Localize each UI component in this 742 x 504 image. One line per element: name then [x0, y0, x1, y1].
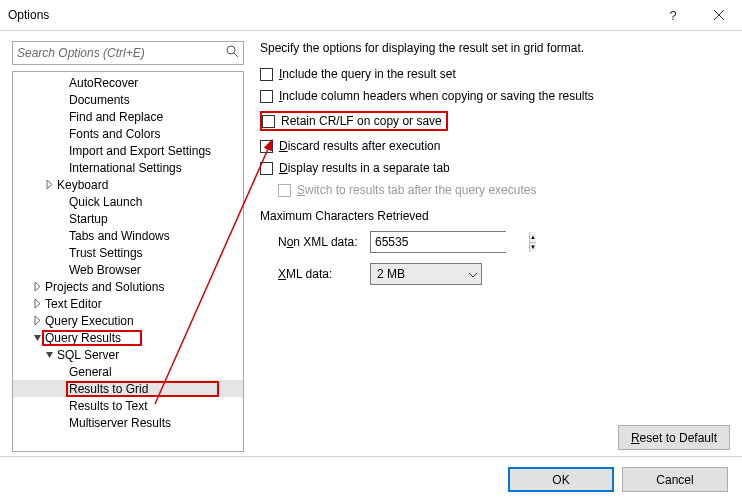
help-button[interactable]: ? — [650, 0, 696, 30]
chevron-down-icon — [469, 267, 477, 281]
settings-panel: Specify the options for displaying the r… — [260, 41, 730, 452]
check-retain-crlf[interactable]: Retain CR/LF on copy or save — [260, 111, 448, 131]
tree-node-label: Keyboard — [55, 178, 110, 192]
svg-marker-7 — [35, 316, 40, 325]
tree-caret-icon — [43, 350, 55, 359]
field-non-xml-data: Non XML data: ▲ ▼ — [278, 231, 730, 253]
tree-node[interactable]: Web Browser — [13, 261, 243, 278]
tree-node[interactable]: AutoRecover — [13, 74, 243, 91]
ok-button[interactable]: OK — [508, 467, 614, 492]
tree-node-label: Trust Settings — [67, 246, 145, 260]
tree-node[interactable]: Keyboard — [13, 176, 243, 193]
svg-marker-8 — [34, 335, 41, 341]
svg-marker-5 — [35, 282, 40, 291]
tree-node[interactable]: Query Results — [13, 329, 243, 346]
tree-node[interactable]: Multiserver Results — [13, 414, 243, 431]
tree-node-label: Documents — [67, 93, 132, 107]
tree-node[interactable]: Startup — [13, 210, 243, 227]
search-input[interactable] — [13, 44, 243, 62]
checkbox-icon — [260, 90, 273, 103]
tree-node[interactable]: Projects and Solutions — [13, 278, 243, 295]
svg-line-3 — [234, 53, 238, 57]
cancel-button[interactable]: Cancel — [622, 467, 728, 492]
tree-node[interactable]: Results to Grid — [13, 380, 243, 397]
options-dialog: Options ? AutoRecoverDocumentsFind and R… — [0, 0, 742, 504]
tree-node-label: AutoRecover — [67, 76, 140, 90]
tree-node[interactable]: Find and Replace — [13, 108, 243, 125]
check-separate-tab[interactable]: Display results in a separate tab — [260, 161, 730, 175]
field-label: XML data: — [278, 267, 360, 281]
check-label: Discard results after execution — [279, 139, 440, 153]
check-label: Retain CR/LF on copy or save — [281, 114, 442, 128]
check-switch-to-results-tab: Switch to results tab after the query ex… — [278, 183, 730, 197]
reset-to-default-button[interactable]: Reset to Default — [618, 425, 730, 450]
check-label: Display results in a separate tab — [279, 161, 450, 175]
tree-node[interactable]: International Settings — [13, 159, 243, 176]
non-xml-spinner[interactable]: ▲ ▼ — [370, 231, 506, 253]
title-bar: Options ? — [0, 0, 742, 31]
tree-node-label: Query Results — [43, 331, 141, 345]
tree-node[interactable]: Fonts and Colors — [13, 125, 243, 142]
tree-caret-icon — [31, 282, 43, 291]
svg-marker-6 — [35, 299, 40, 308]
search-input-wrapper — [12, 41, 244, 65]
tree-caret-icon — [31, 316, 43, 325]
tree-node[interactable]: Results to Text — [13, 397, 243, 414]
tree-node-label: SQL Server — [55, 348, 121, 362]
tree-caret-icon — [43, 180, 55, 189]
tree-node-label: Quick Launch — [67, 195, 144, 209]
tree-node[interactable]: Tabs and Windows — [13, 227, 243, 244]
tree-node-label: General — [67, 365, 114, 379]
group-max-chars: Maximum Characters Retrieved — [260, 209, 730, 223]
tree-node-label: Projects and Solutions — [43, 280, 166, 294]
check-label: Include column headers when copying or s… — [279, 89, 594, 103]
tree-node-label: Tabs and Windows — [67, 229, 172, 243]
tree-node[interactable]: Quick Launch — [13, 193, 243, 210]
spinner-up-icon[interactable]: ▲ — [530, 232, 536, 242]
check-include-query[interactable]: Include the query in the result set — [260, 67, 730, 81]
options-tree[interactable]: AutoRecoverDocumentsFind and ReplaceFont… — [12, 71, 244, 452]
field-label: Non XML data: — [278, 235, 360, 249]
non-xml-input[interactable] — [371, 232, 529, 252]
tree-node[interactable]: Text Editor — [13, 295, 243, 312]
tree-node-label: Text Editor — [43, 297, 104, 311]
check-label: Switch to results tab after the query ex… — [297, 183, 536, 197]
checkbox-icon — [260, 162, 273, 175]
tree-node[interactable]: Trust Settings — [13, 244, 243, 261]
tree-node-label: Query Execution — [43, 314, 136, 328]
left-column: AutoRecoverDocumentsFind and ReplaceFont… — [12, 41, 244, 452]
combo-value: 2 MB — [377, 267, 405, 281]
window-title: Options — [8, 8, 49, 22]
checkbox-icon — [262, 115, 275, 128]
panel-description: Specify the options for displaying the r… — [260, 41, 730, 55]
tree-node-label: Web Browser — [67, 263, 143, 277]
dialog-footer: OK Cancel — [0, 456, 742, 504]
checkbox-icon — [260, 68, 273, 81]
close-button[interactable] — [696, 0, 742, 30]
field-xml-data: XML data: 2 MB — [278, 263, 730, 285]
xml-combo[interactable]: 2 MB — [370, 263, 482, 285]
tree-caret-icon — [31, 333, 43, 342]
check-discard-results[interactable]: Discard results after execution — [260, 139, 730, 153]
tree-node[interactable]: General — [13, 363, 243, 380]
check-include-headers[interactable]: Include column headers when copying or s… — [260, 89, 730, 103]
svg-marker-4 — [47, 180, 52, 189]
tree-node[interactable]: Query Execution — [13, 312, 243, 329]
checkbox-icon — [260, 140, 273, 153]
tree-node[interactable]: SQL Server — [13, 346, 243, 363]
tree-node[interactable]: Import and Export Settings — [13, 142, 243, 159]
tree-node[interactable]: Documents — [13, 91, 243, 108]
svg-marker-9 — [46, 352, 53, 358]
dialog-body: AutoRecoverDocumentsFind and ReplaceFont… — [0, 31, 742, 452]
tree-caret-icon — [31, 299, 43, 308]
tree-node-label: International Settings — [67, 161, 184, 175]
svg-point-2 — [227, 46, 235, 54]
spinner-down-icon[interactable]: ▼ — [530, 242, 536, 253]
tree-node-label: Find and Replace — [67, 110, 165, 124]
tree-node-label: Startup — [67, 212, 110, 226]
tree-node-label: Fonts and Colors — [67, 127, 162, 141]
check-label: Include the query in the result set — [279, 67, 456, 81]
tree-node-label: Multiserver Results — [67, 416, 173, 430]
tree-node-label: Results to Grid — [67, 382, 218, 396]
tree-node-label: Import and Export Settings — [67, 144, 213, 158]
